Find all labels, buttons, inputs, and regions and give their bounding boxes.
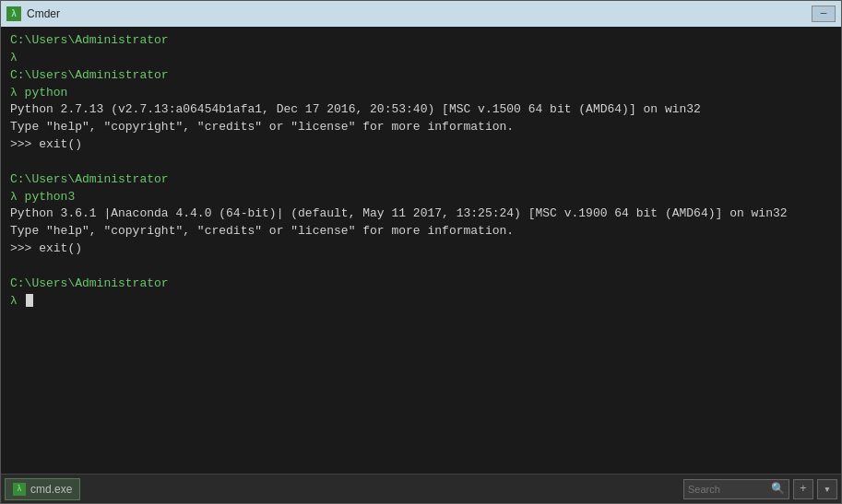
console-line: Type "help", "copyright", "credits" or "…: [10, 119, 832, 136]
console-line-cursor: λ: [10, 293, 832, 311]
console-line: C:\Users\Administrator: [10, 275, 832, 293]
cmder-window: λ Cmder ─ C:\Users\Administrator λ C:\Us…: [0, 0, 842, 504]
console-line: Python 2.7.13 (v2.7.13:a06454b1afa1, Dec…: [10, 101, 832, 119]
console-line: [10, 154, 832, 171]
console-line: C:\Users\Administrator: [10, 171, 832, 189]
chevron-down-button[interactable]: ▾: [817, 479, 837, 499]
console-line: Python 3.6.1 |Anaconda 4.4.0 (64-bit)| (…: [10, 205, 832, 223]
taskbar-right: 🔍 + ▾: [683, 479, 837, 499]
console-line: Type "help", "copyright", "credits" or "…: [10, 223, 832, 240]
cursor-blink: [26, 294, 33, 307]
title-bar-left: λ Cmder: [6, 6, 60, 21]
title-bar: λ Cmder ─: [1, 1, 841, 27]
console-line: λ: [10, 50, 832, 67]
taskbar-left: λ cmd.exe: [5, 478, 80, 500]
search-input[interactable]: [688, 484, 771, 495]
task-item-icon: λ: [13, 483, 26, 496]
search-icon[interactable]: 🔍: [771, 482, 785, 496]
console-line: >>> exit(): [10, 240, 832, 258]
task-item-label: cmd.exe: [30, 483, 72, 496]
console-output[interactable]: C:\Users\Administrator λ C:\Users\Admini…: [1, 27, 841, 474]
console-line: C:\Users\Administrator: [10, 32, 832, 50]
minimize-button[interactable]: ─: [812, 6, 836, 22]
console-line: λ python: [10, 85, 832, 102]
taskbar: λ cmd.exe 🔍 + ▾: [1, 474, 841, 503]
add-tab-button[interactable]: +: [793, 479, 813, 499]
task-item-cmd[interactable]: λ cmd.exe: [5, 478, 80, 500]
window-title: Cmder: [27, 7, 60, 20]
console-line: C:\Users\Administrator: [10, 67, 832, 85]
console-line: λ python3: [10, 189, 832, 206]
title-bar-controls: ─: [812, 6, 836, 22]
console-line: [10, 258, 832, 275]
search-box[interactable]: 🔍: [683, 479, 789, 499]
cmder-icon: λ: [6, 6, 21, 21]
console-line: >>> exit(): [10, 136, 832, 154]
